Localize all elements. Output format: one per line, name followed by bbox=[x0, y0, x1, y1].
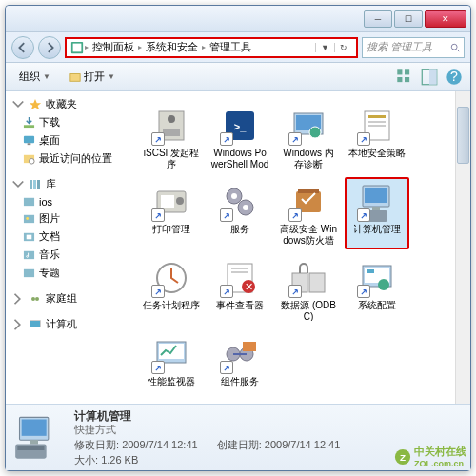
svg-rect-51 bbox=[298, 189, 319, 193]
svg-point-2 bbox=[451, 44, 457, 50]
minimize-button[interactable]: ─ bbox=[364, 10, 392, 28]
search-input[interactable]: 搜索 管理工具 bbox=[362, 37, 465, 58]
breadcrumb-item[interactable]: 管理工具 bbox=[207, 40, 254, 54]
sidebar-item-downloads[interactable]: 下载 bbox=[6, 113, 129, 131]
file-icon[interactable]: Windows 内存诊断 bbox=[276, 101, 341, 173]
breadcrumb-item[interactable]: 控制面板 bbox=[89, 40, 137, 54]
file-icon[interactable]: 高级安全 Windows防火墙 bbox=[276, 177, 341, 249]
preview-button[interactable] bbox=[421, 69, 438, 86]
breadcrumb-item[interactable]: 系统和安全 bbox=[143, 40, 201, 54]
details-type: 快捷方式 bbox=[74, 423, 465, 436]
svg-rect-30 bbox=[30, 321, 40, 327]
back-button[interactable] bbox=[11, 36, 34, 59]
sidebar-item-pictures[interactable]: 图片 bbox=[6, 209, 129, 228]
file-icon[interactable]: 服务 bbox=[208, 177, 272, 249]
file-label: iSCSI 发起程序 bbox=[142, 148, 201, 169]
app-icon bbox=[151, 182, 191, 222]
file-icon[interactable]: 系统配置 bbox=[345, 253, 409, 326]
svg-rect-21 bbox=[24, 215, 34, 223]
sidebar-homegroup[interactable]: 家庭组 bbox=[6, 289, 129, 307]
chevron-right-icon bbox=[11, 318, 25, 331]
open-button[interactable]: 打开▼ bbox=[64, 67, 121, 87]
file-icon[interactable]: 组件服务 bbox=[208, 329, 272, 402]
details-name: 计算机管理 bbox=[74, 409, 465, 423]
svg-text:Z: Z bbox=[400, 451, 406, 462]
sidebar-item-desktop[interactable]: 桌面 bbox=[6, 131, 129, 149]
svg-rect-63 bbox=[309, 273, 325, 292]
sidebar-item-topics[interactable]: 专题 bbox=[6, 264, 129, 282]
file-label: 数据源 (ODBC) bbox=[279, 300, 338, 321]
close-button[interactable]: ✕ bbox=[425, 10, 466, 28]
svg-point-48 bbox=[231, 193, 237, 199]
svg-rect-59 bbox=[231, 271, 248, 273]
app-icon bbox=[357, 258, 397, 298]
file-icon[interactable]: iSCSI 发起程序 bbox=[139, 101, 204, 173]
shortcut-badge bbox=[220, 361, 233, 374]
pictures-icon bbox=[23, 212, 35, 225]
app-icon bbox=[151, 258, 191, 298]
svg-text:>_: >_ bbox=[234, 121, 247, 132]
svg-rect-53 bbox=[365, 188, 387, 203]
svg-rect-42 bbox=[368, 125, 386, 127]
star-icon bbox=[29, 98, 42, 111]
sidebar-item-documents[interactable]: 文档 bbox=[6, 228, 129, 246]
maximize-button[interactable]: ☐ bbox=[394, 10, 423, 28]
file-icon[interactable]: 打印管理 bbox=[139, 177, 204, 249]
file-icon[interactable]: 本地安全策略 bbox=[345, 101, 409, 173]
file-icon[interactable]: >_Windows PowerShell Modules bbox=[208, 101, 272, 173]
file-icon[interactable]: 性能监视器 bbox=[139, 329, 204, 402]
view-button[interactable] bbox=[396, 69, 413, 86]
shortcut-badge bbox=[220, 208, 233, 222]
shortcut-badge bbox=[151, 361, 165, 374]
scrollbar[interactable] bbox=[455, 91, 470, 404]
app-icon bbox=[151, 334, 191, 374]
svg-point-32 bbox=[168, 115, 175, 123]
file-icon[interactable]: ✕事件查看器 bbox=[208, 253, 272, 326]
address-dropdown[interactable]: ▼ bbox=[315, 43, 334, 52]
shortcut-badge bbox=[288, 285, 302, 298]
sidebar-computer[interactable]: 计算机 bbox=[6, 315, 129, 333]
file-label: Windows PowerShell Modules bbox=[210, 148, 269, 169]
svg-point-45 bbox=[176, 197, 184, 205]
file-label: 打印管理 bbox=[152, 224, 190, 235]
svg-point-16 bbox=[30, 159, 35, 165]
file-label: 任务计划程序 bbox=[143, 300, 200, 311]
shortcut-badge bbox=[151, 132, 165, 146]
search-placeholder: 搜索 管理工具 bbox=[367, 40, 432, 54]
sidebar-item-recent[interactable]: 最近访问的位置 bbox=[6, 149, 129, 168]
recent-icon bbox=[23, 152, 35, 165]
breadcrumb-bar[interactable]: ▸ 控制面板 ▸ 系统和安全 ▸ 管理工具 ▼ ↻ bbox=[65, 37, 358, 58]
details-thumbnail bbox=[11, 411, 65, 465]
file-icon[interactable]: 数据源 (ODBC) bbox=[276, 253, 341, 326]
svg-rect-3 bbox=[70, 73, 80, 81]
sidebar-favorites[interactable]: 收藏夹 bbox=[6, 95, 129, 113]
app-icon bbox=[220, 182, 260, 222]
svg-rect-18 bbox=[33, 180, 36, 189]
scroll-thumb[interactable] bbox=[457, 107, 469, 164]
sidebar-item-ios[interactable]: ios bbox=[6, 193, 129, 209]
titlebar: ─ ☐ ✕ bbox=[6, 6, 470, 32]
file-icon[interactable]: 任务计划程序 bbox=[139, 253, 204, 326]
address-buttons: ▼ ↻ bbox=[315, 43, 352, 52]
refresh-button[interactable]: ↻ bbox=[334, 43, 352, 52]
control-panel-icon bbox=[70, 41, 84, 54]
organize-button[interactable]: 组织▼ bbox=[13, 67, 56, 87]
folder-icon bbox=[23, 267, 35, 279]
svg-text:?: ? bbox=[450, 69, 458, 84]
help-button[interactable]: ? bbox=[446, 69, 463, 86]
sidebar-libraries[interactable]: 库 bbox=[6, 175, 129, 193]
app-icon bbox=[288, 258, 328, 298]
app-icon bbox=[357, 106, 397, 146]
explorer-window: ─ ☐ ✕ ▸ 控制面板 ▸ 系统和安全 ▸ 管理工具 ▼ ↻ 搜索 管理工具 … bbox=[5, 5, 471, 471]
app-icon bbox=[357, 182, 397, 222]
forward-button[interactable] bbox=[38, 36, 61, 59]
shortcut-badge bbox=[288, 132, 302, 146]
file-label: 组件服务 bbox=[221, 376, 259, 387]
app-icon: >_ bbox=[220, 106, 260, 146]
file-label: 事件查看器 bbox=[216, 300, 264, 311]
sidebar-item-music[interactable]: 音乐 bbox=[6, 246, 129, 264]
svg-rect-13 bbox=[24, 136, 34, 143]
svg-rect-20 bbox=[24, 198, 34, 206]
svg-rect-14 bbox=[28, 143, 31, 145]
file-icon[interactable]: 计算机管理 bbox=[345, 177, 409, 249]
